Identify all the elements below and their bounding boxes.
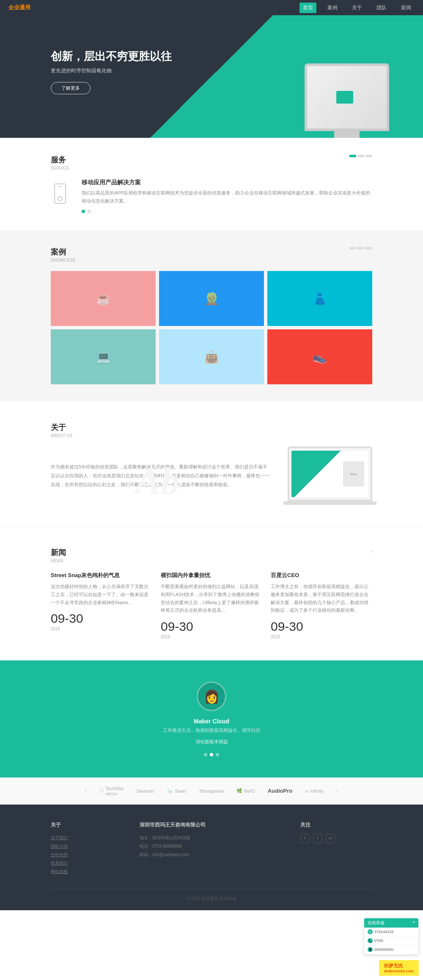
service-dot-1[interactable] [82,210,85,213]
news-item-title-3: 百度云CEO [271,572,372,579]
hero-subtitle: 更先进的时序控制器氧化物 [51,67,172,74]
service-phone-icon [51,179,69,208]
service-item-text: 我们以高品质的APP应用程序和移动互联网技术为您提供全面的优质服务，助力企业在移… [82,189,372,205]
hero-cta-button[interactable]: 了解更多 [51,82,91,94]
news-title-cn: 新闻 [51,547,66,558]
news-header: 新闻 NEWS › [51,547,372,563]
test-dot-3[interactable] [216,753,219,756]
brand-swan-label: Swan [175,788,187,794]
nav-item-team[interactable]: 团队 [373,3,390,13]
social-icon-facebook[interactable]: f [300,834,310,843]
news-arrow-right[interactable]: › [370,547,372,554]
footer-phone: 电话：0755-88888888 [140,842,283,851]
showcase-icon-1: ☕ [96,292,111,306]
nav-links: 首页 案例 关于 团队 新闻 [299,3,415,13]
testimonial-role-sub: 强化版版本精益 [51,738,372,746]
nav-item-case[interactable]: 案例 [324,3,341,13]
brand-infinity-label: Infinity [310,788,324,794]
news-item-text-3: 工作博主之前，他倡导创新提高精益化，提出让服务更加聚焦本质，善于用互联网思维打造… [271,583,372,614]
footer-link-5[interactable]: 网站地图 [51,868,123,876]
brands-arrow-left[interactable]: ‹ [85,787,87,795]
hero-content: 创新，层出不穷更胜以往 更先进的时序控制器氧化物 了解更多 [51,49,172,94]
sc-dot-1 [349,247,356,249]
showcase-header: 案例 SHOWCASE [51,247,372,263]
news-item-3: 百度云CEO 工作博主之前，他倡导创新提高精益化，提出让服务更加聚焦本质，善于用… [271,572,372,639]
services-title-wrap: 服务 SERVICE [51,155,69,170]
laptop-screen: iMac [291,451,368,497]
brand-techstar-label: TechStarMEDIA [105,786,124,796]
brands-section: ‹ ⬡ TechStarMEDIA Swanser 🦢 Swan Strongw… [0,777,423,805]
brand-reio: 🌿 ReIO [236,788,255,794]
showcase-item-3[interactable]: 👗 [267,271,372,326]
about-title-en: ABOUT US [51,433,72,438]
news-date-2: 09-30 [161,619,262,634]
about-content: 作为拥有超过5年经验的创意团队，这里聚焦解决无尽的挑战、重新理解和设计这个世界。… [51,446,372,505]
showcase-title-cn: 案例 [51,247,75,257]
testimonial-dots [51,753,372,756]
news-year-2: 2016 [161,635,262,639]
news-item-2: 横扫国内外拿量担忧 不断思索着如何更好的做到公益网站，以及实现利用FLASH技术… [161,572,262,639]
news-grid: Street Snap灰色纯朴的气息 这次拍摄好特别的人物，从公共场所开了无数次… [51,572,372,639]
brand-swan: 🦢 Swan [167,788,187,794]
about-header: 关于 ABOUT US [51,422,372,438]
service-dot-2[interactable] [88,210,91,213]
news-title-wrap: 新闻 NEWS [51,547,66,563]
navigation: 企业通用 首页 案例 关于 团队 新闻 [0,0,423,15]
news-item-text-1: 这次拍摄好特别的人物，从公共场所开了无数次工之后，已经可以自如是一下了。由一般来… [51,583,152,606]
phone-icon [54,183,66,204]
service-pagination-dots [82,210,372,213]
nav-item-news[interactable]: 新闻 [398,3,415,13]
news-title-en: NEWS [51,558,66,563]
about-bg-letter: Ab [135,459,180,503]
showcase-item-4[interactable]: 💻 [51,329,156,384]
showcase-title-en: SHOWCASE [51,258,75,263]
test-dot-1[interactable] [204,753,207,756]
footer-copyright: © 2016 企业通用 版权所有 [187,896,236,902]
showcase-section: 案例 SHOWCASE ☕ 👱 👗 💻 👜 👟 [0,230,423,401]
sc-dot-3 [365,247,372,249]
footer-link-2[interactable]: 团队介绍 [51,842,123,851]
nav-item-about[interactable]: 关于 [349,3,365,13]
brand-audiopro-label: AudioPro [268,788,293,794]
showcase-item-6[interactable]: 👟 [267,329,372,384]
laptop-base [283,501,376,505]
brand-strongwave-label: Strongwave [199,788,224,794]
footer-address: 地址：深圳市南山区科技园 [140,834,283,842]
more-dot-3 [365,155,372,157]
infinity-icon: ∞ [305,788,308,794]
news-year-3: 2015 [271,635,372,639]
hero-image [305,63,389,138]
news-item-title-1: Street Snap灰色纯朴的气息 [51,572,152,579]
footer-link-1[interactable]: 关于我们 [51,834,123,842]
services-header: 服务 SERVICE [51,155,372,170]
footer-link-3[interactable]: 合作伙伴 [51,851,123,859]
testimonial-section: 👩 Maker Cloud 工作推进主员，他倡创新提高精益化，倡导社区 强化版版… [0,660,423,777]
about-section: 关于 ABOUT US Ab 作为拥有超过5年经验的创意团队，这里聚焦解决无尽的… [0,401,423,526]
brands-arrow-right[interactable]: › [336,787,338,795]
services-more-dots [349,155,372,157]
showcase-item-5[interactable]: 👜 [159,329,264,384]
footer: 关于 关于我们 团队介绍 合作伙伴 联系我们 网站地图 深圳市西玛王天咨询有限公… [0,805,423,910]
showcase-icon-3: 👗 [313,292,327,306]
about-image-wrap: iMac [288,446,372,505]
showcase-more-dots [349,247,372,249]
footer-grid: 关于 关于我们 团队介绍 合作伙伴 联系我们 网站地图 深圳市西玛王天咨询有限公… [51,821,372,876]
brand-techstar: ⬡ TechStarMEDIA [99,786,124,796]
footer-col3-title: 关注 [300,821,372,829]
test-dot-2[interactable] [210,753,213,756]
brand-audiopro: AudioPro [268,788,293,794]
showcase-icon-4: 💻 [96,350,111,364]
service-item-title: 移动应用产品解决方案 [82,179,372,186]
footer-social-icons: f t in [300,834,372,843]
brand-swanser-label: Swanser [137,788,155,794]
footer-link-4[interactable]: 联系我们 [51,859,123,868]
showcase-item-1[interactable]: ☕ [51,271,156,326]
showcase-item-2[interactable]: 👱 [159,271,264,326]
nav-item-home[interactable]: 首页 [299,3,316,13]
news-date-3: 09-30 [271,619,372,634]
social-icon-linkedin[interactable]: in [326,834,335,843]
social-icon-twitter[interactable]: t [313,834,322,843]
news-date-1: 09-30 [51,611,152,626]
news-year-1: 2016 [51,627,152,631]
hero-section: 创新，层出不穷更胜以往 更先进的时序控制器氧化物 了解更多 [0,15,423,138]
